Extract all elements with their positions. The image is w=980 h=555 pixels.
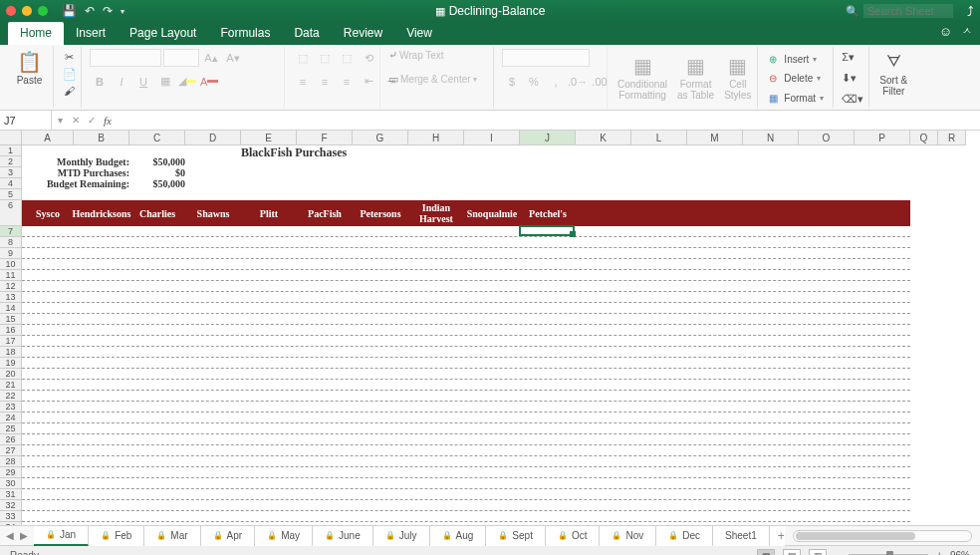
add-sheet-button[interactable]: + (770, 526, 785, 546)
percent-button[interactable]: % (524, 73, 544, 91)
account-icon[interactable]: ☺ (939, 24, 952, 39)
sheet-tab-feb[interactable]: 🔒Feb (89, 526, 144, 546)
tab-home[interactable]: Home (8, 22, 64, 45)
align-top-button[interactable]: ⬚ (293, 49, 313, 67)
zoom-level[interactable]: 96% (950, 550, 970, 555)
cancel-formula-icon[interactable]: ✕ (68, 115, 84, 126)
namebox-dropdown-icon[interactable]: ▾ (52, 115, 68, 126)
column-header[interactable]: K (576, 131, 631, 144)
align-right-button[interactable]: ≡ (337, 73, 357, 91)
sheet-tab-sept[interactable]: 🔒Sept (486, 526, 546, 546)
align-left-button[interactable]: ≡ (293, 73, 313, 91)
fill-color-button[interactable]: ◢ (177, 73, 197, 91)
column-header[interactable]: B (74, 131, 129, 144)
sheet-tab-oct[interactable]: 🔒Oct (546, 526, 601, 546)
column-header[interactable]: L (631, 131, 687, 144)
save-icon[interactable]: 💾 (62, 4, 77, 18)
font-select[interactable] (90, 49, 161, 67)
window-close-button[interactable] (6, 6, 16, 16)
tab-view[interactable]: View (394, 22, 444, 45)
format-cells-button[interactable]: ▦Format▾ (766, 90, 824, 106)
sheet-tab-jan[interactable]: 🔒Jan (34, 526, 89, 546)
accept-formula-icon[interactable]: ✓ (84, 115, 100, 126)
redo-icon[interactable]: ↷ (103, 4, 113, 18)
row-header[interactable]: 17 (0, 336, 22, 347)
row-header[interactable]: 4 (0, 178, 22, 189)
row-header[interactable]: 8 (0, 237, 22, 248)
row-header[interactable]: 30 (0, 478, 22, 489)
cut-icon[interactable]: ✂ (65, 51, 74, 64)
column-header[interactable]: H (408, 131, 464, 144)
autosum-icon[interactable]: Σ▾ (842, 51, 855, 64)
italic-button[interactable]: I (112, 73, 131, 91)
row-header[interactable]: 10 (0, 259, 22, 270)
delete-cells-button[interactable]: ⊖Delete▾ (766, 71, 821, 87)
tab-data[interactable]: Data (282, 22, 331, 45)
sort-filter-button[interactable]: ᗊSort & Filter (877, 49, 909, 99)
ribbon-collapse-icon[interactable]: ㅅ (962, 24, 972, 39)
column-header[interactable]: N (743, 131, 799, 144)
row-header[interactable]: 16 (0, 325, 22, 336)
qat-dropdown-icon[interactable]: ▾ (121, 7, 124, 16)
format-as-table-button[interactable]: ▦Format as Table (675, 53, 716, 103)
row-header[interactable]: 6 (0, 200, 22, 226)
fill-icon[interactable]: ⬇▾ (842, 72, 857, 85)
row-header[interactable]: 22 (0, 391, 22, 402)
merge-center-button[interactable]: Merge & Center (400, 74, 471, 85)
row-header[interactable]: 2 (0, 156, 22, 167)
row-header[interactable]: 20 (0, 369, 22, 380)
window-minimize-button[interactable] (22, 6, 32, 16)
row-header[interactable]: 29 (0, 467, 22, 478)
page-layout-view-button[interactable]: ▤ (783, 549, 801, 556)
row-header[interactable]: 12 (0, 281, 22, 292)
zoom-out-button[interactable]: − (835, 550, 841, 555)
row-header[interactable]: 34 (0, 522, 22, 525)
row-header[interactable]: 15 (0, 314, 22, 325)
column-header[interactable]: Q (910, 131, 938, 144)
copy-icon[interactable]: 📄 (63, 68, 77, 81)
row-header[interactable]: 5 (0, 189, 22, 200)
conditional-formatting-button[interactable]: ▦Conditional Formatting (615, 53, 669, 103)
row-header[interactable]: 21 (0, 380, 22, 391)
column-header[interactable]: R (938, 131, 966, 144)
underline-button[interactable]: U (133, 73, 153, 91)
share-icon[interactable]: ⤴ (967, 4, 974, 19)
increase-decimal-button[interactable]: .0→ (568, 73, 588, 91)
decrease-indent-button[interactable]: ⇤ (359, 73, 378, 91)
clear-icon[interactable]: ⌫▾ (842, 93, 863, 106)
row-header[interactable]: 7 (0, 226, 22, 237)
column-header[interactable]: P (855, 131, 910, 144)
row-header[interactable]: 26 (0, 434, 22, 445)
currency-button[interactable]: $ (502, 73, 522, 91)
row-header[interactable]: 31 (0, 489, 22, 500)
column-header[interactable]: C (129, 131, 185, 144)
tab-insert[interactable]: Insert (64, 22, 118, 45)
search-input[interactable] (863, 4, 953, 18)
tab-formulas[interactable]: Formulas (208, 22, 282, 45)
column-header[interactable]: E (241, 131, 297, 144)
row-header[interactable]: 24 (0, 413, 22, 423)
spreadsheet-grid[interactable]: ABCDEFGHIJKLMNOPQR 123456789101112131415… (0, 131, 980, 525)
column-header[interactable]: O (799, 131, 855, 144)
border-button[interactable]: ▦ (155, 73, 175, 91)
name-box[interactable]: J7 (0, 111, 52, 130)
normal-view-button[interactable]: ▦ (757, 549, 775, 556)
row-header[interactable]: 19 (0, 358, 22, 369)
row-header[interactable]: 11 (0, 270, 22, 281)
align-middle-button[interactable]: ⬚ (315, 49, 335, 67)
font-size-select[interactable] (163, 49, 199, 67)
column-header[interactable]: J (520, 131, 576, 144)
page-break-view-button[interactable]: ▥ (809, 549, 827, 556)
sheet-tab-aug[interactable]: 🔒Aug (430, 526, 487, 546)
format-painter-icon[interactable]: 🖌 (64, 85, 75, 97)
row-header[interactable]: 18 (0, 347, 22, 358)
row-header[interactable]: 23 (0, 402, 22, 413)
window-maximize-button[interactable] (38, 6, 48, 16)
search-sheet[interactable]: 🔍 (846, 4, 953, 18)
horizontal-scrollbar[interactable] (793, 530, 972, 542)
formula-input[interactable] (116, 115, 980, 127)
sheet-nav-next-icon[interactable]: ▶ (18, 530, 30, 541)
zoom-in-button[interactable]: + (936, 550, 942, 555)
row-header[interactable]: 9 (0, 248, 22, 259)
wrap-text-button[interactable]: Wrap Text (399, 50, 444, 61)
